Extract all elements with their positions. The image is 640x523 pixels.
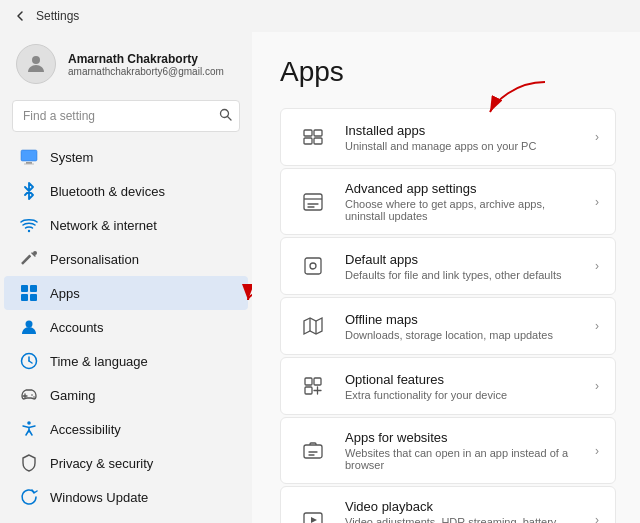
settings-item-offline-maps[interactable]: Offline maps Downloads, storage location… xyxy=(280,297,616,355)
offline-maps-desc: Downloads, storage location, map updates xyxy=(345,329,579,341)
red-arrow-installed xyxy=(475,77,555,117)
user-name: Amarnath Chakraborty xyxy=(68,52,224,66)
svg-point-21 xyxy=(33,396,35,398)
sidebar-item-personalisation[interactable]: Personalisation xyxy=(4,242,248,276)
svg-rect-34 xyxy=(305,378,312,385)
offline-maps-icon xyxy=(297,310,329,342)
sidebar-label-network: Network & internet xyxy=(50,218,157,233)
sidebar: Amarnath Chakraborty amarnathchakraborty… xyxy=(0,32,252,523)
page-title: Apps xyxy=(280,56,616,88)
sidebar-item-bluetooth[interactable]: Bluetooth & devices xyxy=(4,174,248,208)
video-playback-title: Video playback xyxy=(345,499,579,514)
sidebar-item-accounts[interactable]: Accounts xyxy=(4,310,248,344)
apps-websites-title: Apps for websites xyxy=(345,430,579,445)
sidebar-item-privacy[interactable]: Privacy & security xyxy=(4,446,248,480)
sidebar-item-network[interactable]: Network & internet xyxy=(4,208,248,242)
gaming-icon xyxy=(20,386,38,404)
svg-point-8 xyxy=(33,251,37,255)
search-box xyxy=(12,100,240,132)
advanced-desc: Choose where to get apps, archive apps, … xyxy=(345,198,579,222)
default-apps-desc: Defaults for file and link types, other … xyxy=(345,269,579,281)
installed-apps-text: Installed apps Uninstall and manage apps… xyxy=(345,123,579,152)
sidebar-item-apps[interactable]: Apps xyxy=(4,276,248,310)
video-playback-text: Video playback Video adjustments, HDR st… xyxy=(345,499,579,523)
sidebar-item-time[interactable]: Time & language xyxy=(4,344,248,378)
default-apps-chevron: › xyxy=(595,259,599,273)
svg-rect-11 xyxy=(30,285,37,292)
optional-features-chevron: › xyxy=(595,379,599,393)
advanced-chevron: › xyxy=(595,195,599,209)
main-layout: Amarnath Chakraborty amarnathchakraborty… xyxy=(0,32,640,523)
network-icon xyxy=(20,216,38,234)
svg-rect-26 xyxy=(304,138,312,144)
content-area: Apps xyxy=(252,32,640,523)
sidebar-item-update[interactable]: Windows Update xyxy=(4,480,248,514)
video-playback-chevron: › xyxy=(595,513,599,524)
settings-item-installed-apps[interactable]: Installed apps Uninstall and manage apps… xyxy=(280,108,616,166)
optional-features-title: Optional features xyxy=(345,372,579,387)
svg-line-17 xyxy=(29,361,32,363)
svg-point-22 xyxy=(27,421,31,425)
svg-rect-13 xyxy=(30,294,37,301)
default-apps-title: Default apps xyxy=(345,252,579,267)
red-arrow-personalisation xyxy=(238,270,252,305)
svg-rect-3 xyxy=(21,150,37,161)
offline-maps-title: Offline maps xyxy=(345,312,579,327)
nav-list: System Bluetooth & devices xyxy=(0,140,252,514)
bluetooth-icon xyxy=(20,182,38,200)
apps-websites-text: Apps for websites Websites that can open… xyxy=(345,430,579,471)
avatar xyxy=(16,44,56,84)
svg-marker-41 xyxy=(311,517,317,523)
svg-line-2 xyxy=(228,117,232,121)
svg-point-20 xyxy=(31,394,33,396)
installed-apps-desc: Uninstall and manage apps on your PC xyxy=(345,140,579,152)
accounts-icon xyxy=(20,318,38,336)
sidebar-label-system: System xyxy=(50,150,93,165)
default-apps-text: Default apps Defaults for file and link … xyxy=(345,252,579,281)
settings-item-optional-features[interactable]: Optional features Extra functionality fo… xyxy=(280,357,616,415)
sidebar-label-update: Windows Update xyxy=(50,490,148,505)
apps-websites-chevron: › xyxy=(595,444,599,458)
sidebar-label-bluetooth: Bluetooth & devices xyxy=(50,184,165,199)
svg-rect-7 xyxy=(21,255,31,265)
personalisation-icon xyxy=(20,250,38,268)
settings-list: Installed apps Uninstall and manage apps… xyxy=(280,108,616,523)
svg-rect-10 xyxy=(21,285,28,292)
back-button[interactable] xyxy=(12,8,28,24)
offline-maps-text: Offline maps Downloads, storage location… xyxy=(345,312,579,341)
sidebar-label-time: Time & language xyxy=(50,354,148,369)
settings-item-default-apps[interactable]: Default apps Defaults for file and link … xyxy=(280,237,616,295)
svg-rect-25 xyxy=(314,130,322,136)
svg-rect-36 xyxy=(305,387,312,394)
settings-item-apps-websites[interactable]: Apps for websites Websites that can open… xyxy=(280,417,616,484)
svg-rect-35 xyxy=(314,378,321,385)
settings-item-video-playback[interactable]: Video playback Video adjustments, HDR st… xyxy=(280,486,616,523)
user-email: amarnathchakraborty6@gmail.com xyxy=(68,66,224,77)
svg-point-0 xyxy=(32,56,40,64)
sidebar-item-accessibility[interactable]: Accessibility xyxy=(4,412,248,446)
time-icon xyxy=(20,352,38,370)
search-input[interactable] xyxy=(12,100,240,132)
advanced-icon xyxy=(297,186,329,218)
video-playback-desc: Video adjustments, HDR streaming, batter… xyxy=(345,516,579,523)
sidebar-label-apps: Apps xyxy=(50,286,80,301)
svg-rect-24 xyxy=(304,130,312,136)
offline-maps-chevron: › xyxy=(595,319,599,333)
svg-point-14 xyxy=(26,321,33,328)
update-icon xyxy=(20,488,38,506)
svg-point-31 xyxy=(310,263,316,269)
sidebar-item-gaming[interactable]: Gaming xyxy=(4,378,248,412)
settings-item-advanced[interactable]: Advanced app settings Choose where to ge… xyxy=(280,168,616,235)
sidebar-label-gaming: Gaming xyxy=(50,388,96,403)
sidebar-label-accounts: Accounts xyxy=(50,320,103,335)
advanced-title: Advanced app settings xyxy=(345,181,579,196)
user-info: Amarnath Chakraborty amarnathchakraborty… xyxy=(68,52,224,77)
apps-websites-icon xyxy=(297,435,329,467)
optional-features-text: Optional features Extra functionality fo… xyxy=(345,372,579,401)
privacy-icon xyxy=(20,454,38,472)
system-icon xyxy=(20,148,38,166)
default-apps-icon xyxy=(297,250,329,282)
installed-apps-icon xyxy=(297,121,329,153)
user-profile[interactable]: Amarnath Chakraborty amarnathchakraborty… xyxy=(0,32,252,100)
sidebar-item-system[interactable]: System xyxy=(4,140,248,174)
